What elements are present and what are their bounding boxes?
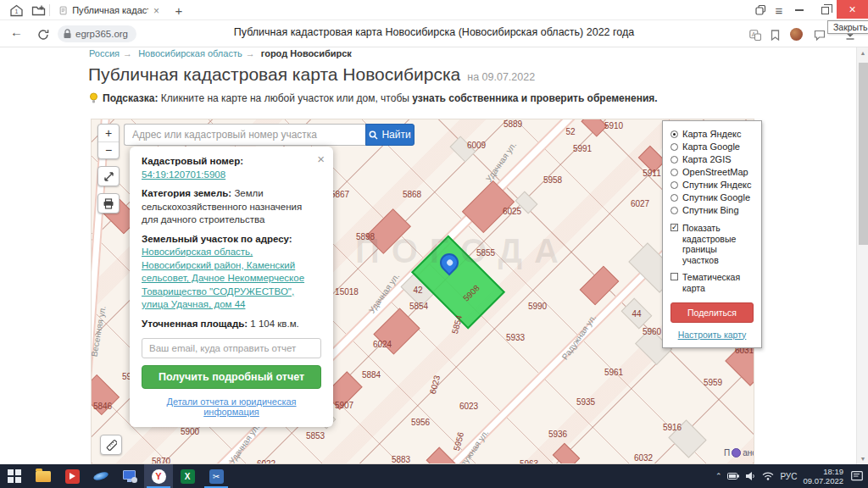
page-favicon xyxy=(59,5,67,16)
get-report-button[interactable]: Получить подробный отчет xyxy=(142,365,321,389)
breadcrumb-item[interactable]: Новосибирская область xyxy=(123,48,242,58)
reload-icon[interactable] xyxy=(34,27,53,42)
window-close-button[interactable] xyxy=(837,0,868,19)
overlay-options: Показать кадастровые границы участковТем… xyxy=(670,223,754,294)
address-link[interactable]: Новосибирская область, Новосибирский рай… xyxy=(142,247,304,309)
radio-icon[interactable] xyxy=(670,156,678,164)
window-restore-button[interactable] xyxy=(815,3,834,18)
panel-close-icon[interactable] xyxy=(317,152,325,166)
overlay-checkbox-option[interactable]: Показать кадастровые границы участков xyxy=(670,223,754,265)
page-scrollbar[interactable]: ▲ ▼ xyxy=(856,47,868,464)
layer-radio-option[interactable]: Карта Google xyxy=(670,141,754,152)
layer-radio-option[interactable]: Спутник Google xyxy=(670,191,754,203)
desktop: 1 Публичная кадастрова Закрыть egrp365.o… xyxy=(0,0,868,488)
tab-close-icon[interactable] xyxy=(153,3,159,18)
snipping-tool-icon[interactable]: ✂ xyxy=(202,464,231,488)
browser-tab[interactable]: Публичная кадастрова xyxy=(54,0,164,20)
breadcrumb-item: город Новосибирск xyxy=(246,48,352,58)
home-tab-count-icon[interactable]: 1 xyxy=(7,3,25,18)
radio-icon[interactable] xyxy=(670,169,678,176)
layer-option-label: Спутник Яндекс xyxy=(682,180,752,190)
radio-icon[interactable] xyxy=(670,194,678,202)
overlay-option-label: Тематическая карта xyxy=(682,272,754,293)
battery-icon[interactable] xyxy=(727,472,740,480)
overlay-checkbox-option[interactable]: Тематическая карта xyxy=(670,272,754,293)
translate-icon[interactable]: А xyxy=(746,27,765,42)
area-value: 1 104 кв.м. xyxy=(250,319,298,329)
window-minimize-button[interactable] xyxy=(790,3,809,18)
layer-radio-option[interactable]: OpenStreetMap xyxy=(670,166,754,178)
layer-option-label: Карта 2GIS xyxy=(682,154,732,164)
map-search: Найти xyxy=(124,124,415,146)
breadcrumb-item[interactable]: Россия xyxy=(89,48,120,58)
cadastral-number-link[interactable]: 54:19:120701:5908 xyxy=(142,169,225,180)
radio-icon[interactable] xyxy=(670,143,678,151)
scrollbar-thumb[interactable] xyxy=(859,63,868,245)
browser-menu-icon[interactable] xyxy=(770,3,788,18)
taskbar: Y X ✂ ⌃ РУС 18:19 09.07.2022 xyxy=(0,464,868,488)
language-indicator[interactable]: РУС xyxy=(780,472,797,481)
layer-radio-option[interactable]: Спутник Bing xyxy=(670,204,754,216)
start-button[interactable] xyxy=(0,464,29,488)
collections-icon[interactable] xyxy=(810,27,829,42)
zoom-in-button[interactable]: + xyxy=(98,125,119,141)
checkbox-icon[interactable] xyxy=(670,224,678,231)
scroll-up-arrow[interactable]: ▲ xyxy=(857,47,868,58)
red-app-icon[interactable] xyxy=(58,464,86,488)
computer-app-icon[interactable] xyxy=(115,464,144,488)
street-name-label: Радужная ул. xyxy=(453,428,491,463)
tray-date: 09.07.2022 xyxy=(803,476,843,485)
notification-center-icon[interactable] xyxy=(851,471,863,481)
lock-icon xyxy=(63,29,72,39)
excel-icon[interactable]: X xyxy=(173,464,202,488)
checkbox-icon[interactable] xyxy=(670,273,678,280)
search-button[interactable]: Найти xyxy=(365,124,415,146)
volume-icon[interactable] xyxy=(746,472,756,480)
configure-map-link[interactable]: Настроить карту xyxy=(670,330,754,340)
layer-option-label: OpenStreetMap xyxy=(682,167,748,177)
yandex-browser-icon[interactable]: Y xyxy=(144,464,173,488)
radio-icon[interactable] xyxy=(670,207,678,214)
measure-button[interactable] xyxy=(100,435,122,455)
report-details-link[interactable]: Детали отчета и юридическая информация xyxy=(142,396,321,417)
ruler-icon xyxy=(106,440,117,451)
browser-tab-bar: 1 Публичная кадастрова xyxy=(0,0,868,20)
tab-groups-icon[interactable] xyxy=(751,3,770,18)
radio-icon[interactable] xyxy=(670,130,678,138)
clock[interactable]: 18:19 09.07.2022 xyxy=(803,467,843,486)
radio-icon[interactable] xyxy=(670,181,678,189)
lens-app-icon[interactable] xyxy=(86,464,115,488)
fullscreen-button[interactable] xyxy=(97,166,120,186)
tray-expand-icon[interactable]: ⌃ xyxy=(715,472,722,480)
scroll-down-arrow[interactable]: ▼ xyxy=(857,453,868,464)
avatar[interactable] xyxy=(787,26,805,42)
divider xyxy=(49,4,50,16)
map-container: 5889586758686009525910599159115958602560… xyxy=(91,119,754,464)
fullscreen-icon xyxy=(103,171,114,182)
search-input[interactable] xyxy=(124,124,365,146)
layer-radio-option[interactable]: Спутник Яндекс xyxy=(670,179,754,191)
wifi-icon[interactable] xyxy=(762,472,774,480)
hint-bold: узнать собственника и проверить обремене… xyxy=(412,92,657,104)
share-link-button[interactable]: Поделиться ссылкой xyxy=(670,302,754,323)
back-icon[interactable] xyxy=(10,25,23,39)
new-window-icon[interactable] xyxy=(29,3,47,18)
browser-toolbar: egrp365.org Публичная кадастровая карта … xyxy=(0,20,868,47)
print-button[interactable] xyxy=(97,193,120,214)
overlay-option-label: Показать кадастровые границы участков xyxy=(682,223,754,265)
category-label: Категория земель: xyxy=(142,188,231,198)
file-explorer-icon[interactable] xyxy=(29,464,58,488)
zoom-out-button[interactable]: − xyxy=(98,141,119,158)
layer-radio-option[interactable]: Карта Яндекс xyxy=(670,128,754,140)
hint-label: Подсказка: xyxy=(103,92,158,104)
new-tab-button[interactable] xyxy=(170,3,188,18)
cadastral-label: Кадастровый номер: xyxy=(142,156,243,166)
address-bar[interactable]: egrp365.org xyxy=(58,25,136,42)
email-input[interactable] xyxy=(142,338,321,358)
base-layer-options: Карта ЯндексКарта GoogleКарта 2GISOpenSt… xyxy=(670,128,754,216)
layer-radio-option[interactable]: Карта 2GIS xyxy=(670,153,754,165)
street-name-label: Удачная ул. xyxy=(367,271,401,314)
layer-option-label: Карта Google xyxy=(682,141,740,152)
search-icon xyxy=(369,130,378,140)
bookmark-icon[interactable] xyxy=(765,27,784,42)
